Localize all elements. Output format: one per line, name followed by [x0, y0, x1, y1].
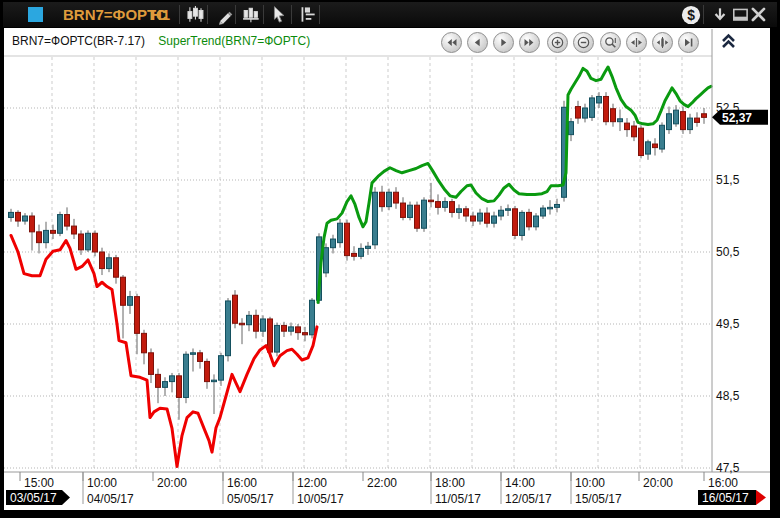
candle: [576, 107, 581, 119]
date-axis-label[interactable]: 12/05/17: [505, 492, 552, 506]
levels-icon[interactable]: [298, 5, 318, 25]
candle: [296, 327, 301, 333]
toolbar-separator: [263, 5, 264, 24]
candle: [254, 315, 259, 331]
candle: [632, 126, 637, 137]
price-axis-label[interactable]: 47,5: [716, 461, 740, 475]
candle: [58, 215, 63, 234]
candle: [394, 192, 399, 203]
candle: [569, 122, 574, 135]
candle: [499, 210, 504, 216]
candle: [114, 258, 119, 277]
download-icon[interactable]: [710, 5, 730, 25]
restore-icon[interactable]: [731, 5, 751, 25]
end-date-value: 16/05/17: [702, 491, 749, 505]
time-axis-label[interactable]: 15:00: [24, 476, 54, 490]
candle: [464, 209, 469, 216]
candle: [275, 325, 280, 352]
dollar-icon[interactable]: $: [681, 5, 701, 25]
date-axis-label[interactable]: 10/05/17: [297, 492, 344, 506]
candle: [142, 333, 147, 352]
candle: [135, 297, 140, 334]
terminal-window: BRN7=ФОРТС H1 $ BRN7=ФОРТС(BR-7.17) Supe…: [0, 0, 780, 518]
candle: [128, 297, 133, 306]
pencil-icon[interactable]: [214, 5, 234, 25]
svg-text:$: $: [687, 7, 695, 23]
candle: [681, 112, 686, 130]
candle: [415, 205, 420, 228]
candle: [310, 300, 315, 335]
candle: [485, 213, 490, 223]
price-chart-plot[interactable]: 52,551,550,549,548,547,552,3715:0003/05/…: [4, 28, 770, 510]
date-axis-label[interactable]: 15/05/17: [575, 492, 622, 506]
time-axis-label[interactable]: 14:00: [505, 476, 535, 490]
price-axis-label[interactable]: 50,5: [716, 245, 740, 259]
price-axis-label[interactable]: 49,5: [716, 317, 740, 331]
volume-chart-icon[interactable]: [242, 5, 262, 25]
candle: [289, 327, 294, 331]
candle: [408, 205, 413, 217]
candle: [366, 246, 371, 248]
candle: [506, 209, 511, 211]
candle: [359, 248, 364, 256]
time-axis-label[interactable]: 16:00: [708, 476, 738, 490]
candle: [324, 248, 329, 273]
time-axis-label[interactable]: 20:00: [157, 476, 187, 490]
time-axis-label[interactable]: 10:00: [87, 476, 117, 490]
date-axis-label[interactable]: 05/05/17: [227, 492, 274, 506]
candle: [303, 333, 308, 335]
instrument-icon: [28, 7, 43, 22]
candle: [51, 230, 56, 233]
candle: [443, 202, 448, 208]
time-axis-label[interactable]: 18:00: [435, 476, 465, 490]
candle: [233, 295, 238, 323]
candle: [261, 319, 266, 331]
candle: [660, 125, 665, 149]
candle: [541, 208, 546, 216]
candle: [527, 212, 532, 226]
candle: [65, 215, 70, 227]
candle: [107, 258, 112, 269]
price-axis-label[interactable]: 48,5: [716, 389, 740, 403]
candle: [247, 315, 252, 324]
candle: [149, 353, 154, 375]
close-icon[interactable]: [749, 5, 769, 25]
time-axis-label[interactable]: 22:00: [367, 476, 397, 490]
date-axis-label[interactable]: 04/05/17: [87, 492, 134, 506]
candle: [520, 212, 525, 235]
candle: [72, 226, 77, 234]
candle: [639, 128, 644, 155]
toolbar-separator: [235, 5, 236, 24]
time-axis-label[interactable]: 12:00: [297, 476, 327, 490]
candle: [611, 109, 616, 122]
candlestick-chart-icon[interactable]: [186, 5, 206, 25]
time-axis-label[interactable]: 16:00: [227, 476, 257, 490]
cursor-icon[interactable]: [270, 5, 290, 25]
title-bar[interactable]: BRN7=ФОРТС H1 $: [3, 2, 777, 27]
candle: [240, 323, 245, 325]
candle: [352, 253, 357, 256]
price-axis-label[interactable]: 51,5: [716, 173, 740, 187]
candle: [604, 96, 609, 121]
end-date-arrow: [756, 490, 766, 505]
time-axis-label[interactable]: 10:00: [575, 476, 605, 490]
toolbar-separator: [319, 5, 320, 24]
candle: [184, 354, 189, 397]
candle: [702, 114, 707, 118]
candle: [9, 212, 14, 217]
candle: [492, 216, 497, 223]
candle: [429, 200, 434, 202]
candle: [688, 118, 693, 130]
candle: [93, 233, 98, 252]
candle: [219, 356, 224, 380]
time-axis-label[interactable]: 20:00: [643, 476, 673, 490]
candle: [86, 233, 91, 250]
candle: [37, 232, 42, 243]
candle: [583, 108, 588, 118]
candle: [534, 216, 539, 227]
candle: [331, 239, 336, 248]
candle: [695, 118, 700, 122]
toolbar-separator: [207, 5, 208, 24]
date-axis-label[interactable]: 11/05/17: [435, 492, 481, 506]
candle: [597, 96, 602, 102]
